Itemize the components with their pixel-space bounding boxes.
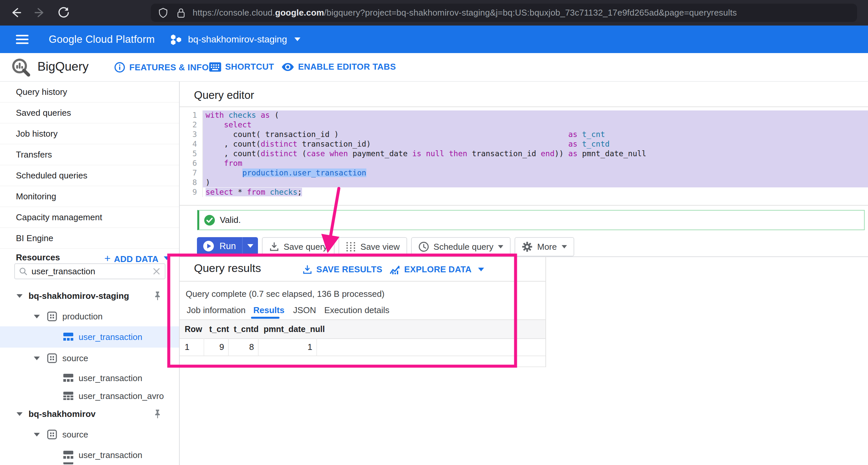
tree-partial-row [0, 462, 179, 465]
hamburger-menu-icon[interactable] [16, 34, 31, 45]
explore-chart-icon [390, 265, 400, 275]
tab-job-information[interactable]: Job information [187, 305, 246, 315]
reload-icon[interactable] [57, 6, 70, 19]
tree-table-avro-row[interactable]: user_transaction_avro [0, 386, 179, 406]
sidebar-item-bi-engine[interactable]: BI Engine [0, 228, 179, 249]
bigquery-title: BigQuery [37, 60, 89, 74]
address-bar[interactable]: https://console.cloud.google.com/bigquer… [151, 4, 857, 22]
cell-t-cnt: 9 [204, 338, 229, 355]
save-view-label: Save view [361, 242, 400, 252]
cell-row: 1 [180, 338, 204, 355]
code-lines: 1with checks as (2 select3 count( transa… [180, 111, 868, 197]
table-footer-strip [180, 356, 546, 367]
column-header: pmnt_date_null [258, 320, 322, 338]
tree-dataset-row[interactable]: source [0, 348, 179, 368]
search-input[interactable] [31, 266, 152, 277]
more-button[interactable]: More [515, 237, 574, 256]
query-editor-title: Query editor [194, 89, 254, 101]
sidebar-item-monitoring[interactable]: Monitoring [0, 186, 179, 207]
editor-toolbar: Run Save query Save view Schedule query [197, 237, 578, 255]
run-caret-icon[interactable] [243, 243, 258, 249]
grid-dots-icon [346, 242, 356, 252]
table-row[interactable]: 1 9 8 1 [180, 338, 546, 356]
gcp-top-bar: Google Cloud Platform bq-shakhomirov-sta… [0, 26, 868, 53]
expander-icon[interactable] [34, 315, 40, 318]
expander-icon[interactable] [17, 412, 23, 416]
tree-table-row[interactable]: user_transaction [0, 368, 179, 388]
validation-bar: Valid. [197, 210, 865, 230]
expander-icon[interactable] [34, 433, 40, 436]
add-data-caret-icon[interactable] [164, 256, 170, 260]
tree-table-row-selected[interactable]: user_transaction [0, 327, 179, 348]
more-caret-icon [562, 245, 567, 248]
run-button[interactable]: Run [197, 237, 258, 255]
save-results-button[interactable]: SAVE RESULTS [302, 264, 382, 275]
bigquery-console: https://console.cloud.google.com/bigquer… [0, 0, 868, 465]
gcp-title: Google Cloud Platform [49, 33, 155, 45]
sidebar-item-capacity-management[interactable]: Capacity management [0, 207, 179, 228]
table-icon [63, 374, 73, 382]
save-view-button[interactable]: Save view [339, 237, 407, 256]
tree-label: bq-shakhomirov [29, 409, 95, 419]
expander-icon[interactable] [34, 356, 40, 360]
tree-label: user_transaction [79, 373, 142, 383]
sidebar-item-saved-queries[interactable]: Saved queries [0, 102, 179, 123]
download-icon [269, 242, 279, 252]
schedule-query-caret-icon [498, 245, 503, 248]
tree-dataset-row[interactable]: source [0, 425, 179, 444]
table-icon [63, 462, 73, 465]
tree-label: source [62, 353, 88, 364]
play-icon [203, 241, 214, 252]
clear-search-icon[interactable] [152, 267, 161, 276]
explore-data-caret-icon [478, 268, 484, 271]
sidebar-item-query-history[interactable]: Query history [0, 82, 179, 102]
tree-dataset-row[interactable]: production [0, 307, 179, 327]
tree-table-row[interactable]: user_transaction [0, 445, 179, 465]
project-selector[interactable]: bq-shakhomirov-staging [188, 34, 287, 45]
resource-search[interactable] [14, 264, 165, 279]
run-label: Run [219, 241, 236, 251]
features-info-button[interactable]: FEATURES & INFO [114, 62, 209, 73]
explore-data-button[interactable]: EXPLORE DATA [390, 264, 484, 275]
browser-toolbar: https://console.cloud.google.com/bigquer… [0, 0, 868, 26]
sidebar-item-job-history[interactable]: Job history [0, 123, 179, 144]
forward-icon[interactable] [33, 6, 46, 19]
tree-project-row[interactable]: bq-shakhomirov [0, 404, 179, 424]
valid-check-icon [204, 215, 215, 226]
tree-label: user_transaction [79, 450, 142, 460]
sidebar: Query history Saved queries Job history … [0, 82, 179, 465]
sql-editor[interactable]: 1with checks as (2 select3 count( transa… [180, 107, 868, 208]
pin-icon[interactable] [153, 409, 162, 419]
tab-results[interactable]: Results [253, 305, 284, 315]
save-query-button[interactable]: Save query [262, 237, 335, 256]
eye-icon [281, 62, 294, 72]
schedule-query-label: Schedule query [434, 242, 494, 252]
bigquery-header: BigQuery FEATURES & INFO SHORTCUT ENABLE… [0, 53, 868, 82]
project-caret-icon[interactable] [294, 37, 300, 41]
explore-data-label: EXPLORE DATA [404, 264, 471, 275]
bigquery-logo [10, 56, 32, 78]
sidebar-item-scheduled-queries[interactable]: Scheduled queries [0, 165, 179, 186]
query-status: Query complete (0.7 sec elapsed, 136 B p… [186, 289, 384, 299]
results-header-divider [180, 281, 546, 282]
tree-label: user_transaction [79, 332, 142, 342]
expander-icon[interactable] [17, 294, 23, 298]
tab-execution-details[interactable]: Execution details [324, 305, 390, 315]
schedule-query-button[interactable]: Schedule query [411, 237, 511, 256]
save-results-label: SAVE RESULTS [316, 264, 382, 275]
shield-icon [158, 7, 168, 19]
tab-json[interactable]: JSON [293, 305, 316, 315]
add-data-button[interactable]: +ADD DATA [104, 252, 158, 265]
sidebar-item-transfers[interactable]: Transfers [0, 144, 179, 165]
main-panel: Query editor 1with checks as (2 select3 … [180, 82, 868, 465]
enable-editor-tabs-button[interactable]: ENABLE EDITOR TABS [281, 62, 396, 72]
tree-project-row[interactable]: bq-shakhomirov-staging [0, 286, 179, 306]
dataset-icon [47, 430, 57, 439]
table-grid-icon [63, 392, 73, 400]
shortcut-button[interactable]: SHORTCUT [209, 62, 274, 72]
project-switcher-icon[interactable] [169, 33, 183, 46]
back-icon[interactable] [9, 6, 23, 19]
query-results-title: Query results [194, 262, 261, 275]
save-results-download-icon [302, 265, 312, 275]
pin-icon[interactable] [153, 291, 162, 301]
